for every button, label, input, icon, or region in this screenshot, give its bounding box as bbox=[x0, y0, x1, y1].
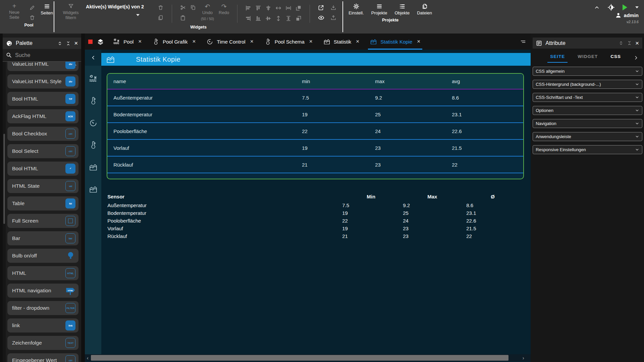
palette-item[interactable]: ValueList HTML div bbox=[7, 62, 78, 71]
tab-close-icon[interactable]: × bbox=[250, 38, 254, 45]
files-button[interactable]: Dateien bbox=[417, 3, 432, 16]
filter-widgets-button[interactable]: Widgets filtern bbox=[60, 3, 81, 20]
preview-button[interactable] bbox=[318, 15, 324, 21]
canvas-horizontal-scrollbar[interactable]: ‹ › bbox=[85, 354, 531, 361]
tab-close-icon[interactable]: × bbox=[309, 38, 313, 45]
view-tab[interactable]: Time Control × bbox=[201, 34, 259, 50]
attributes-tab[interactable]: SEITE bbox=[550, 54, 565, 63]
palette-item[interactable]: Bar bar bbox=[7, 231, 78, 245]
bring-forward-button[interactable] bbox=[296, 5, 302, 11]
palette-item[interactable]: ValueList HTML Style div bbox=[7, 74, 78, 88]
attributes-tabs-overflow-button[interactable] bbox=[634, 55, 638, 63]
align-horizontal-center-button[interactable] bbox=[266, 5, 271, 11]
attributes-section-header[interactable]: Anwendungsleiste bbox=[533, 132, 642, 141]
page-nav-icon[interactable] bbox=[89, 74, 98, 83]
palette-item[interactable]: Zeichenfolge TEXT bbox=[7, 336, 78, 350]
palette-item[interactable]: HTML State val bbox=[7, 179, 78, 193]
redo-button[interactable]: ↷ Redo bbox=[219, 3, 229, 15]
cut-button[interactable] bbox=[180, 5, 186, 10]
palette-close-button[interactable]: × bbox=[74, 40, 78, 47]
attributes-reorder-button[interactable] bbox=[619, 41, 624, 46]
tab-close-icon[interactable]: × bbox=[192, 38, 196, 45]
attributes-section-header[interactable]: Optionen bbox=[533, 106, 642, 115]
attributes-collapse-button[interactable] bbox=[627, 41, 632, 46]
palette-item[interactable]: Bool HTML ✓ bbox=[7, 162, 78, 176]
pages-button[interactable]: Seiten bbox=[41, 3, 53, 16]
run-options-caret-icon[interactable] bbox=[635, 6, 639, 8]
attributes-section-header[interactable]: Navigation bbox=[533, 119, 642, 128]
page-nav-icon[interactable] bbox=[89, 141, 98, 149]
layers-button[interactable] bbox=[97, 39, 104, 45]
export-widgets-button[interactable] bbox=[330, 15, 336, 21]
palette-item[interactable]: HTML HTML bbox=[7, 266, 78, 280]
attributes-section-header[interactable]: CSS allgemein bbox=[533, 67, 642, 76]
attributes-tab[interactable]: WIDGET bbox=[578, 54, 598, 63]
settings-button[interactable]: Einstell. bbox=[348, 3, 364, 16]
palette-item[interactable]: Table tbl bbox=[7, 196, 78, 210]
palette-item[interactable]: HTML navigation HTML bbox=[7, 284, 78, 298]
palette-item[interactable]: AckFlag HTML ACK bbox=[7, 109, 78, 123]
view-tab[interactable]: Pool × bbox=[108, 34, 147, 50]
palette-item[interactable]: Full Screen bbox=[7, 214, 78, 228]
page-nav-icon[interactable] bbox=[89, 97, 98, 105]
theme-toggle-button[interactable] bbox=[608, 4, 614, 11]
undo-button[interactable]: ↶ Undo (50 / 50) bbox=[201, 3, 214, 21]
delete-page-button[interactable] bbox=[29, 15, 35, 21]
delete-widget-button[interactable] bbox=[158, 5, 164, 11]
align-vertical-center-button[interactable] bbox=[266, 16, 271, 21]
scrollbar-thumb[interactable] bbox=[91, 355, 508, 361]
palette-collapse-button[interactable] bbox=[66, 41, 71, 46]
new-page-button[interactable]: + Neue Seite bbox=[5, 3, 24, 20]
statistics-table-widget[interactable]: name min max avg Außentemperatur 7.5 9.2… bbox=[107, 73, 524, 179]
same-width-button[interactable] bbox=[286, 5, 291, 11]
align-bottom-button[interactable] bbox=[256, 16, 261, 21]
align-top-button[interactable] bbox=[256, 5, 261, 11]
palette-item[interactable]: Bool HTML T/F bbox=[7, 92, 78, 106]
attributes-section-header[interactable]: CSS-Schriftart und -Text bbox=[533, 93, 642, 102]
user-name[interactable]: admin bbox=[624, 12, 639, 18]
page-nav-icon[interactable] bbox=[89, 185, 98, 194]
page-nav-icon[interactable] bbox=[89, 119, 98, 127]
palette-reorder-button[interactable] bbox=[57, 41, 62, 46]
palette-item[interactable]: Bulb on/off bbox=[7, 249, 78, 263]
align-left-button[interactable] bbox=[246, 5, 251, 11]
scroll-left-button[interactable]: ‹ bbox=[85, 354, 90, 361]
palette-item[interactable]: filter - dropdown FILTER bbox=[7, 301, 78, 315]
palette-scrollbar[interactable] bbox=[3, 62, 6, 362]
tab-close-icon[interactable]: × bbox=[138, 38, 142, 45]
run-project-button[interactable] bbox=[623, 4, 627, 10]
view-tab[interactable]: Statistik × bbox=[318, 34, 365, 50]
attributes-close-button[interactable]: × bbox=[635, 40, 639, 47]
attributes-section-header[interactable]: CSS-Hintergrund (background-...) bbox=[533, 80, 642, 89]
clone-widget-button[interactable] bbox=[158, 15, 164, 21]
page-nav-icon[interactable] bbox=[89, 163, 98, 172]
tab-close-icon[interactable]: × bbox=[417, 38, 420, 45]
view-tab[interactable]: Pool Grafik × bbox=[147, 34, 201, 50]
edit-page-button[interactable] bbox=[29, 5, 35, 11]
palette-item[interactable]: Bool Select ctrl bbox=[7, 144, 78, 158]
view-tab[interactable]: Statistik Kopie × bbox=[365, 34, 426, 50]
copy-button[interactable] bbox=[190, 5, 196, 10]
objects-button[interactable]: Objekte bbox=[394, 3, 410, 16]
projects-button[interactable]: Projekte bbox=[371, 3, 387, 16]
view-tab[interactable]: Pool Schema × bbox=[259, 34, 318, 50]
tab-close-icon[interactable]: × bbox=[356, 38, 359, 45]
palette-item[interactable]: Eingegebener Wert ctrl bbox=[7, 353, 78, 362]
send-backward-button[interactable] bbox=[296, 16, 302, 21]
statistics-text-widget[interactable]: Sensor Min Max Ø Außentemperatur 7.5 9.2… bbox=[107, 193, 503, 240]
widget-select-caret-icon[interactable] bbox=[136, 14, 140, 16]
palette-item[interactable]: Bool Checkbox ctrl bbox=[7, 127, 78, 141]
tabbar-menu-button[interactable] bbox=[520, 39, 526, 45]
paste-button[interactable] bbox=[180, 15, 186, 21]
collapse-nav-button[interactable] bbox=[85, 50, 101, 66]
palette-item[interactable]: link link bbox=[7, 318, 78, 333]
import-widgets-button[interactable] bbox=[330, 5, 336, 11]
attributes-tab[interactable]: CSS bbox=[610, 54, 621, 63]
distribute-vertical-button[interactable] bbox=[276, 16, 281, 21]
search-input[interactable] bbox=[15, 52, 65, 58]
same-height-button[interactable] bbox=[286, 16, 291, 21]
attributes-section-header[interactable]: Responsive Einstellungen bbox=[533, 145, 642, 154]
collapse-toolbar-button[interactable] bbox=[594, 5, 600, 10]
open-runtime-button[interactable] bbox=[318, 5, 324, 11]
scroll-right-button[interactable]: › bbox=[521, 354, 526, 361]
